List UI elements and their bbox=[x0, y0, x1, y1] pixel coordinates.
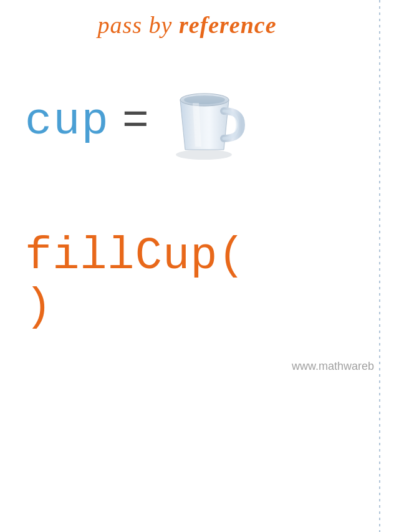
cup-icon bbox=[161, 81, 249, 162]
fill-cup-function: fillCup( ) bbox=[25, 231, 385, 333]
cup-variable: cup bbox=[25, 96, 110, 147]
svg-point-2 bbox=[184, 95, 225, 104]
cup-assignment: cup = bbox=[25, 81, 249, 162]
title-text: pass by reference bbox=[97, 12, 276, 38]
equals-sign: = bbox=[122, 96, 149, 147]
title-pass: pass by bbox=[97, 12, 178, 38]
fill-cup-close: ) bbox=[25, 282, 52, 333]
title-reference: reference bbox=[179, 12, 277, 38]
page-container: pass by reference cup = bbox=[0, 0, 399, 532]
title-area: pass by reference bbox=[0, 11, 374, 39]
fill-cup-name: fillCup( bbox=[25, 231, 246, 282]
svg-point-0 bbox=[176, 150, 232, 160]
fill-cup-call: fillCup( ) bbox=[25, 231, 399, 333]
watermark: www.mathwareb bbox=[292, 360, 374, 373]
